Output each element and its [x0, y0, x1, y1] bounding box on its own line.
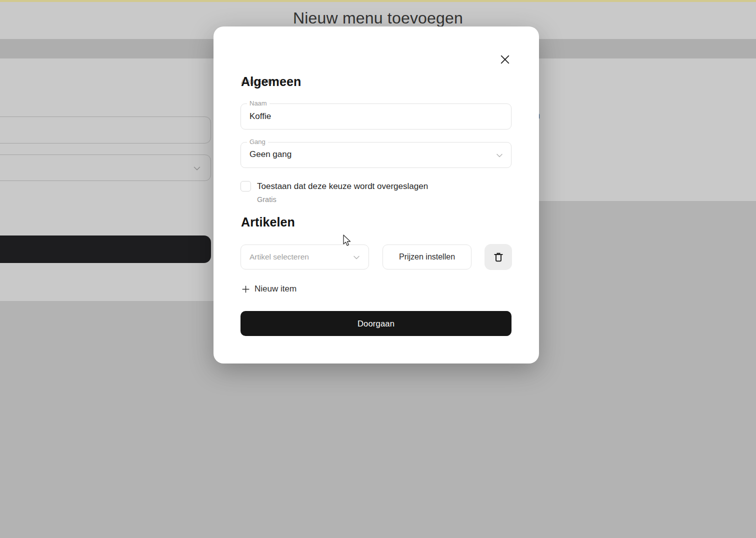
skip-choice-checkbox[interactable]	[240, 181, 251, 192]
skip-choice-helper: Gratis	[257, 196, 276, 204]
trash-icon	[492, 251, 504, 263]
chevron-down-icon	[494, 150, 504, 160]
articles-section-heading: Artikelen	[241, 215, 295, 230]
plus-icon	[241, 284, 250, 294]
close-icon	[500, 54, 510, 65]
skip-choice-row: Toestaan dat deze keuze wordt overgeslag…	[240, 181, 428, 192]
add-entity-modal: ADD_ENTITY Algemeen Naam Gang Geen gang …	[214, 26, 539, 364]
name-input[interactable]	[241, 104, 511, 129]
add-item-button[interactable]: Nieuw item	[241, 282, 296, 296]
course-field[interactable]: Gang Geen gang	[240, 142, 512, 168]
article-select[interactable]: Artikel selecteren	[240, 244, 369, 270]
name-field-label: Naam	[247, 100, 270, 107]
add-item-label: Nieuw item	[254, 284, 296, 294]
delete-article-button[interactable]	[484, 244, 512, 270]
continue-button[interactable]: Doorgaan	[240, 311, 512, 336]
article-select-placeholder: Artikel selecteren	[250, 252, 309, 262]
name-field: Naam	[240, 104, 512, 130]
chevron-down-icon	[352, 252, 362, 262]
general-section-heading: Algemeen	[241, 74, 301, 89]
skip-choice-label: Toestaan dat deze keuze wordt overgeslag…	[257, 182, 428, 192]
course-field-label: Gang	[247, 138, 268, 146]
course-select-value: Geen gang	[250, 150, 292, 160]
page-root: Nieuw menu toevoegen n ADD_ENTITY Algeme…	[0, 0, 756, 538]
close-button[interactable]	[495, 50, 515, 70]
set-prices-button[interactable]: Prijzen instellen	[382, 244, 472, 270]
